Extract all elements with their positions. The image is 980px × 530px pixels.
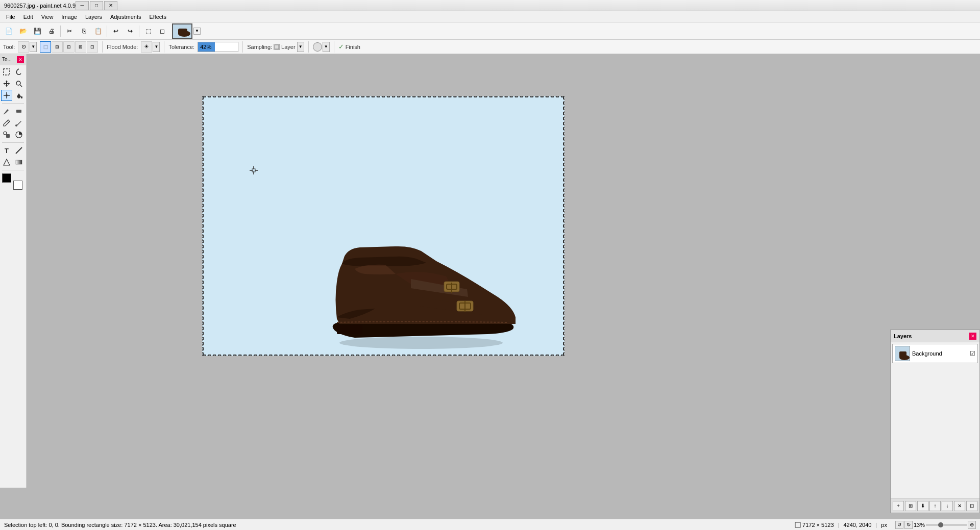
contiguous-toggle[interactable]	[313, 42, 322, 52]
menu-layers[interactable]: Layers	[81, 11, 106, 22]
text-tool[interactable]: T	[1, 145, 12, 156]
zoom-fit-button[interactable]: ⊕	[968, 521, 976, 529]
paintbrush-tool[interactable]	[1, 106, 12, 117]
pencil-tool[interactable]	[1, 117, 12, 129]
eraser-tool[interactable]	[13, 106, 24, 117]
svg-rect-19	[6, 134, 10, 138]
secondary-color-swatch[interactable]	[13, 181, 22, 190]
image-size-value: 7172 × 5123	[802, 522, 834, 528]
move-icon	[3, 80, 11, 88]
primary-color-swatch[interactable]	[2, 173, 11, 183]
menu-view[interactable]: View	[37, 11, 58, 22]
flood-mode-dropdown[interactable]: ▼	[153, 42, 160, 52]
flood-mode-icon[interactable]: ☀	[141, 41, 152, 53]
maximize-button[interactable]: □	[90, 1, 103, 10]
sampling-dropdown[interactable]: ▼	[297, 42, 304, 52]
paint-bucket-tool[interactable]	[13, 90, 24, 101]
cut-button[interactable]: ✂	[63, 24, 76, 38]
svg-rect-2	[178, 29, 187, 35]
layer-move-up-button[interactable]: ↑	[929, 501, 941, 511]
svg-rect-40	[795, 522, 800, 527]
zoom-out-button[interactable]: ↺	[895, 521, 903, 529]
redo-button[interactable]: ↪	[124, 24, 137, 38]
layers-header: Layers ✕	[891, 330, 979, 342]
status-right: 7172 × 5123 | 4240, 2040 | px ↺ ↻ 13% ⊕	[795, 521, 976, 529]
shapes-tool[interactable]	[1, 157, 12, 168]
deselect-button[interactable]: ⬚	[141, 24, 155, 38]
lasso-select-tool[interactable]	[13, 66, 24, 78]
finish-checkmark: ✓	[338, 43, 344, 51]
thumbnail-dropdown[interactable]: ▼	[193, 28, 201, 35]
sel-subtract[interactable]: ⊟	[63, 41, 75, 53]
sel-add[interactable]: ⊞	[52, 41, 63, 53]
color-swatch-area	[0, 171, 26, 192]
lasso-icon	[15, 68, 23, 76]
save-button[interactable]: 💾	[31, 24, 44, 38]
line-tool[interactable]	[13, 145, 24, 156]
zoom-level: 13%	[914, 522, 925, 528]
finish-button[interactable]: ✓ Finish	[338, 43, 360, 51]
new-button[interactable]: 📄	[2, 24, 15, 38]
layer-merge-button[interactable]: ⬇	[917, 501, 928, 511]
finish-label: Finish	[346, 44, 360, 50]
clone-stamp-tool[interactable]	[1, 129, 12, 140]
canvas[interactable]	[202, 96, 565, 356]
zoom-tool[interactable]	[13, 78, 24, 89]
toolbox-close-button[interactable]: ✕	[17, 56, 24, 63]
tool-mode-1[interactable]: ⊙	[18, 41, 29, 53]
magic-wand-tool[interactable]	[1, 90, 12, 101]
layer-properties-button[interactable]: ⊡	[966, 501, 977, 511]
svg-rect-23	[16, 160, 22, 164]
layers-close-button[interactable]: ✕	[969, 333, 976, 340]
cursor-coords: 4240, 2040	[843, 522, 871, 528]
open-button[interactable]: 📂	[16, 24, 30, 38]
shoe-svg	[293, 233, 518, 350]
undo-button[interactable]: ↩	[109, 24, 122, 38]
sel-intersect[interactable]: ⊠	[75, 41, 86, 53]
recolor-tool[interactable]	[13, 129, 24, 140]
color-picker-tool[interactable]	[13, 117, 24, 129]
tool-grid	[0, 65, 26, 102]
close-button[interactable]: ✕	[104, 1, 117, 10]
move-tool[interactable]	[1, 78, 12, 89]
shapes-icon	[3, 158, 11, 166]
copy-button[interactable]: ⎘	[77, 24, 90, 38]
layer-delete-button[interactable]: ✕	[954, 501, 965, 511]
select-all-button[interactable]: ◻	[156, 24, 169, 38]
tool-divider-3	[2, 170, 24, 170]
layer-item-background[interactable]: Background ☑	[892, 344, 978, 363]
titlebar-buttons: ─ □ ✕	[76, 1, 117, 10]
sel-invert[interactable]: ⊡	[87, 41, 98, 53]
menu-adjustments[interactable]: Adjustments	[106, 11, 145, 22]
menu-file[interactable]: File	[2, 11, 19, 22]
layer-add-button[interactable]: +	[893, 501, 904, 511]
minimize-button[interactable]: ─	[76, 1, 89, 10]
status-selection-info: Selection top left: 0, 0. Bounding recta…	[4, 522, 790, 528]
menu-effects[interactable]: Effects	[145, 11, 170, 22]
title-text: 9600257.jpg - paint.net 4.0.9	[4, 3, 76, 9]
canvas-area[interactable]	[27, 54, 980, 498]
menu-image[interactable]: Image	[57, 11, 81, 22]
layers-empty-area	[891, 365, 979, 508]
sel-replace[interactable]: ⬚	[40, 41, 51, 53]
layer-move-down-button[interactable]: ↓	[942, 501, 953, 511]
layer-visibility-checkbox[interactable]: ☑	[970, 350, 975, 357]
toolopt-sep3	[242, 41, 243, 53]
layer-thumb-svg	[895, 346, 910, 361]
contiguous-dropdown[interactable]: ▼	[323, 42, 330, 52]
zoom-in-button[interactable]: ↻	[904, 521, 913, 529]
svg-point-17	[15, 124, 17, 127]
tool-mode-dropdown[interactable]: ▼	[30, 42, 37, 52]
tolerance-input[interactable]: 42%	[198, 42, 238, 52]
menu-edit[interactable]: Edit	[19, 11, 37, 22]
layer-duplicate-button[interactable]: ⊞	[905, 501, 916, 511]
paste-button[interactable]: 📋	[91, 24, 105, 38]
layers-toolbar: + ⊞ ⬇ ↑ ↓ ✕ ⊡	[891, 498, 979, 513]
gradient-tool[interactable]	[13, 157, 24, 168]
tool-divider-1	[2, 103, 24, 104]
layers-title: Layers	[894, 333, 969, 339]
zoom-slider[interactable]	[926, 524, 967, 526]
rectangle-select-tool[interactable]	[1, 66, 12, 78]
print-button[interactable]: 🖨	[45, 24, 58, 38]
text-icon: T	[5, 147, 9, 155]
